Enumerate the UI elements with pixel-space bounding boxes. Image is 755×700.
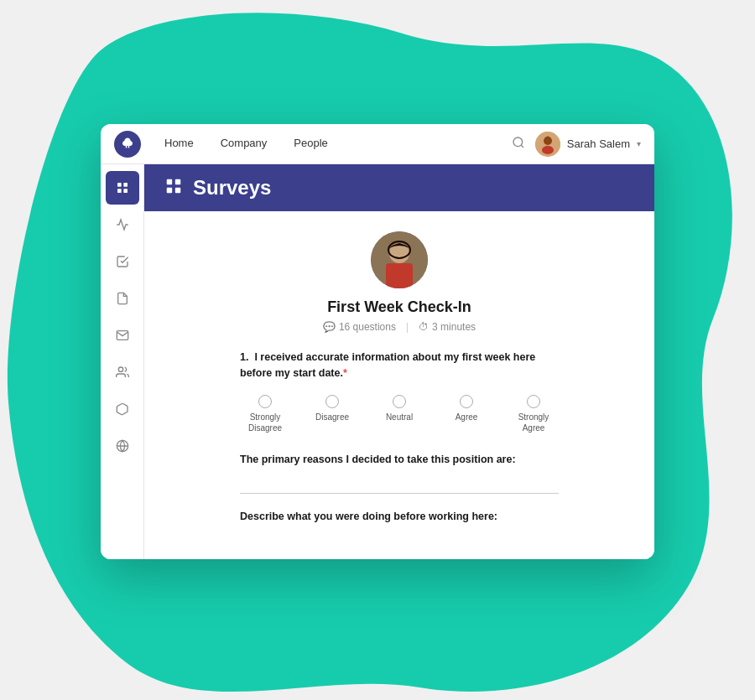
surveys-header-icon (164, 177, 183, 200)
survey-meta: 💬 16 questions | ⏱ 3 minutes (323, 321, 476, 333)
nav-people[interactable]: People (280, 124, 341, 164)
meta-divider: | (406, 321, 409, 333)
svg-rect-14 (167, 188, 172, 193)
sidebar-item-document[interactable] (106, 282, 139, 315)
question-1-body: I received accurate information about my… (240, 351, 535, 379)
main-content: Surveys First (144, 164, 654, 559)
required-star: * (343, 367, 347, 379)
surveys-header: Surveys (144, 164, 654, 211)
sidebar-item-check[interactable] (106, 245, 139, 278)
surveys-header-title: Surveys (193, 176, 271, 200)
svg-rect-12 (167, 179, 172, 184)
survey-profile: First Week Check-In 💬 16 questions | ⏱ 3… (164, 231, 634, 333)
svg-point-9 (118, 367, 122, 371)
radio-label: Agree (456, 412, 478, 423)
time-icon: ⏱ (419, 321, 429, 333)
time-value: 3 minutes (432, 321, 476, 333)
svg-rect-7 (117, 189, 122, 194)
radio-circle[interactable] (460, 395, 473, 408)
radio-circle[interactable] (527, 395, 540, 408)
svg-rect-15 (175, 188, 180, 193)
radio-circle[interactable] (393, 395, 406, 408)
radio-label: Neutral (386, 412, 413, 423)
user-name: Sarah Salem (567, 137, 630, 150)
app-logo[interactable] (114, 131, 141, 158)
avatar (535, 132, 560, 157)
radio-scale: StronglyDisagree Disagree Neutral (240, 395, 559, 433)
question-1-text: 1. I received accurate information about… (240, 350, 559, 381)
question-1: 1. I received accurate information about… (240, 350, 559, 433)
radio-option-strongly-disagree[interactable]: StronglyDisagree (240, 395, 290, 433)
svg-point-0 (513, 137, 523, 147)
nav-home[interactable]: Home (151, 124, 207, 164)
survey-title: First Week Check-In (327, 298, 471, 316)
question-2-input[interactable] (240, 474, 559, 494)
svg-rect-8 (123, 189, 128, 194)
sidebar-item-people[interactable] (106, 355, 139, 389)
svg-point-3 (544, 137, 552, 145)
survey-body: First Week Check-In 💬 16 questions | ⏱ 3… (144, 211, 654, 559)
app-window: Home Company People (101, 124, 654, 559)
radio-circle[interactable] (325, 395, 339, 408)
radio-option-disagree[interactable]: Disagree (307, 395, 357, 423)
top-nav: Home Company People (101, 124, 654, 164)
question-2: The primary reasons I decided to take th… (240, 454, 559, 494)
sidebar-item-chart[interactable] (106, 208, 139, 241)
content-area: Surveys First (101, 164, 654, 559)
time-meta: ⏱ 3 minutes (419, 321, 476, 333)
sidebar-item-airplane[interactable] (106, 392, 139, 426)
questions-meta: 💬 16 questions (323, 321, 396, 333)
sidebar-item-grid[interactable] (106, 171, 139, 205)
radio-label: Disagree (315, 412, 349, 423)
question-3-text: Describe what you were doing before work… (240, 511, 559, 522)
sidebar-item-mail[interactable] (106, 319, 139, 352)
sidebar-item-globe[interactable] (106, 429, 139, 463)
svg-point-4 (542, 146, 554, 154)
nav-right: Sarah Salem ▾ (512, 132, 641, 157)
user-menu[interactable]: Sarah Salem ▾ (535, 132, 641, 157)
svg-line-1 (521, 145, 523, 148)
nav-links: Home Company People (151, 124, 512, 164)
radio-option-strongly-agree[interactable]: StronglyAgree (508, 395, 559, 433)
question-container: 1. I received accurate information about… (240, 350, 559, 522)
question-1-number: 1. (240, 351, 248, 363)
radio-label: StronglyDisagree (248, 412, 282, 433)
svg-rect-18 (386, 263, 413, 288)
questions-icon: 💬 (323, 321, 336, 333)
chevron-down-icon: ▾ (637, 139, 641, 148)
question-2-text: The primary reasons I decided to take th… (240, 454, 559, 465)
svg-rect-6 (123, 183, 128, 187)
radio-option-agree[interactable]: Agree (441, 395, 492, 423)
svg-rect-13 (175, 179, 180, 184)
search-icon[interactable] (512, 136, 525, 153)
survey-avatar (371, 231, 428, 288)
svg-rect-5 (117, 183, 122, 187)
question-3: Describe what you were doing before work… (240, 511, 559, 522)
radio-option-neutral[interactable]: Neutral (374, 395, 424, 423)
nav-company[interactable]: Company (207, 124, 281, 164)
questions-count: 16 questions (339, 321, 396, 333)
radio-label: StronglyAgree (518, 412, 549, 433)
radio-circle[interactable] (258, 395, 272, 408)
sidebar (101, 164, 144, 559)
